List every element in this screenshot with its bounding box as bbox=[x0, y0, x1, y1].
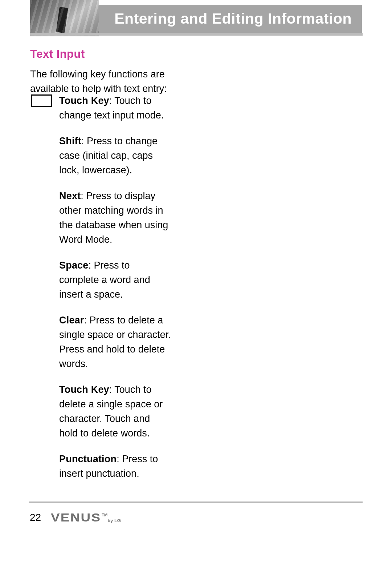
definition-item: Shift: Press to change case (initial cap… bbox=[59, 134, 171, 177]
definition-term: Clear bbox=[59, 315, 84, 326]
definition-term: Space bbox=[59, 260, 89, 271]
chapter-title: Entering and Editing Information bbox=[114, 10, 352, 27]
page-number: 22 bbox=[30, 512, 41, 523]
section-intro-text: The following key functions are availabl… bbox=[30, 67, 183, 96]
definition-item: Touch Key: Touch to change text input mo… bbox=[59, 93, 171, 122]
logo-trademark: TM bbox=[102, 513, 107, 517]
section-heading: Text Input bbox=[30, 48, 85, 61]
footer-logo: VENUS TM by LG bbox=[51, 511, 114, 524]
header-underline bbox=[30, 33, 363, 36]
definition-item: Clear: Press to delete a single space or… bbox=[59, 313, 171, 371]
definition-item: Punctuation: Press to insert punctuation… bbox=[59, 452, 171, 481]
definition-term: Shift bbox=[59, 136, 81, 146]
definition-item: Next: Press to display other matching wo… bbox=[59, 189, 171, 247]
definition-item: Space: Press to complete a word and inse… bbox=[59, 258, 171, 302]
definition-item: Touch Key: Touch to delete a single spac… bbox=[59, 382, 171, 440]
manual-page: Entering and Editing Information Text In… bbox=[0, 0, 392, 564]
footer-divider bbox=[29, 501, 363, 503]
touch-key-icon bbox=[31, 94, 52, 107]
definition-term: Touch Key bbox=[59, 95, 109, 106]
logo-venus-text: VENUS bbox=[51, 511, 101, 524]
definition-term: Punctuation bbox=[59, 454, 117, 464]
definition-term: Next bbox=[59, 190, 81, 201]
definition-term: Touch Key bbox=[59, 384, 109, 395]
header-decorative-photo bbox=[30, 0, 99, 36]
definition-list: Touch Key: Touch to change text input mo… bbox=[59, 93, 171, 481]
logo-bylg-text: by LG bbox=[107, 518, 121, 523]
